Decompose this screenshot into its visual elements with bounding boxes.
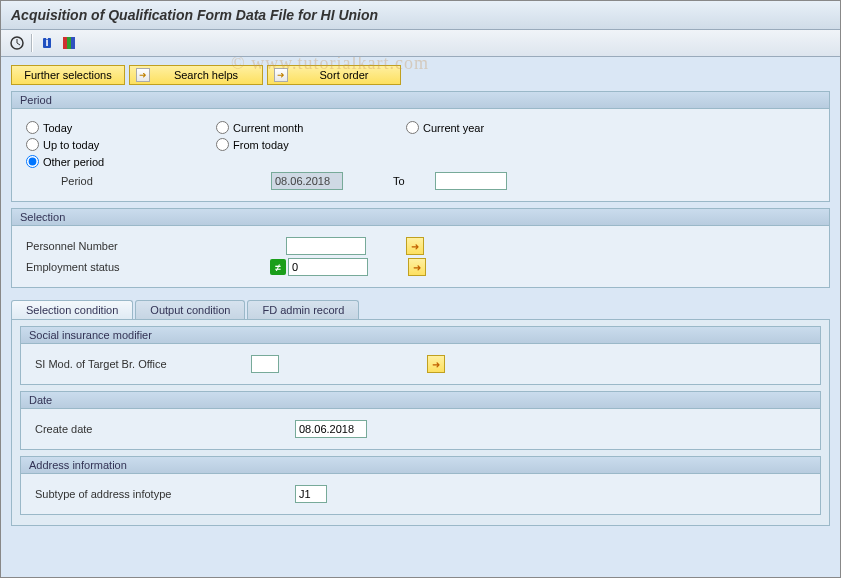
group-title: Date — [21, 392, 820, 409]
period-group: Period Today Current month Current year … — [11, 91, 830, 202]
button-label: Further selections — [18, 69, 118, 81]
period-field-label: Period — [61, 175, 271, 187]
multiple-selection-button[interactable]: ➜ — [408, 258, 426, 276]
subtype-input[interactable] — [295, 485, 327, 503]
multiple-selection-button[interactable]: ➜ — [427, 355, 445, 373]
app-toolbar: i — [1, 30, 840, 57]
si-mod-input[interactable] — [251, 355, 279, 373]
search-helps-button[interactable]: ➜Search helps — [129, 65, 263, 85]
tab-fd-admin-record[interactable]: FD admin record — [247, 300, 359, 319]
svg-line-2 — [17, 43, 20, 45]
radio-current-year[interactable]: Current year — [406, 121, 596, 134]
content-area: © www.tutorialkart.com Further selection… — [1, 57, 840, 578]
group-title: Period — [12, 92, 829, 109]
svg-rect-5 — [63, 37, 67, 49]
group-title: Social insurance modifier — [21, 327, 820, 344]
radio-other-period[interactable]: Other period — [26, 155, 216, 168]
window-title: Acquisition of Qualification Form Data F… — [1, 1, 840, 30]
not-equal-icon[interactable]: ≠ — [270, 259, 286, 275]
radio-current-month[interactable]: Current month — [216, 121, 406, 134]
date-group: Date Create date — [20, 391, 821, 450]
to-label: To — [393, 175, 405, 187]
address-group: Address information Subtype of address i… — [20, 456, 821, 515]
period-from-input[interactable] — [271, 172, 343, 190]
pernr-input[interactable] — [286, 237, 366, 255]
si-modifier-group: Social insurance modifier SI Mod. of Tar… — [20, 326, 821, 385]
svg-text:i: i — [45, 36, 48, 48]
radio-today[interactable]: Today — [26, 121, 216, 134]
execute-icon[interactable] — [9, 35, 25, 51]
multiple-selection-button[interactable]: ➜ — [406, 237, 424, 255]
action-button-row: Further selections ➜Search helps ➜Sort o… — [11, 65, 830, 85]
tab-panel: Social insurance modifier SI Mod. of Tar… — [11, 319, 830, 526]
toolbar-separator — [31, 34, 33, 52]
tab-row: Selection condition Output condition FD … — [11, 300, 830, 319]
group-body: Today Current month Current year Up to t… — [12, 109, 829, 201]
arrow-right-icon: ➜ — [136, 68, 150, 82]
radio-up-to-today[interactable]: Up to today — [26, 138, 216, 151]
selection-group: Selection Personnel Number ➜ Employment … — [11, 208, 830, 288]
tabstrip: Selection condition Output condition FD … — [11, 300, 830, 526]
subtype-label: Subtype of address infotype — [35, 488, 295, 500]
radio-from-today[interactable]: From today — [216, 138, 406, 151]
create-date-input[interactable] — [295, 420, 367, 438]
svg-rect-7 — [71, 37, 75, 49]
group-body: Personnel Number ➜ Employment status ≠ ➜ — [12, 226, 829, 287]
pernr-label: Personnel Number — [26, 240, 286, 252]
tab-selection-condition[interactable]: Selection condition — [11, 300, 133, 319]
group-title: Address information — [21, 457, 820, 474]
info-icon[interactable]: i — [39, 35, 55, 51]
empstat-label: Employment status — [26, 261, 270, 273]
button-label: Search helps — [156, 69, 256, 81]
color-legend-icon[interactable] — [61, 35, 77, 51]
tab-output-condition[interactable]: Output condition — [135, 300, 245, 319]
button-label: Sort order — [294, 69, 394, 81]
arrow-right-icon: ➜ — [274, 68, 288, 82]
group-title: Selection — [12, 209, 829, 226]
sort-order-button[interactable]: ➜Sort order — [267, 65, 401, 85]
further-selections-button[interactable]: Further selections — [11, 65, 125, 85]
period-to-input[interactable] — [435, 172, 507, 190]
si-mod-label: SI Mod. of Target Br. Office — [35, 358, 251, 370]
create-date-label: Create date — [35, 423, 295, 435]
svg-rect-6 — [67, 37, 71, 49]
empstat-input[interactable] — [288, 258, 368, 276]
